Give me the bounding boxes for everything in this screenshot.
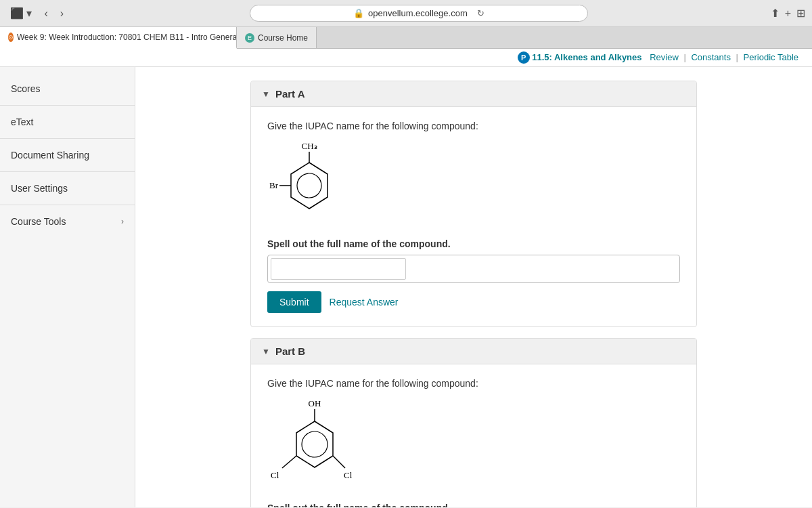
back-button[interactable]: ⬛ ▾ xyxy=(7,5,35,21)
section-title: 11.5: Alkenes and Alkynes xyxy=(532,52,641,62)
ch3-label: CH₃ xyxy=(301,141,317,151)
part-b-instruction: Give the IUPAC name for the following co… xyxy=(267,378,680,389)
part-b-section: ▼ Part B Give the IUPAC name for the fol… xyxy=(250,338,697,507)
sidebar: Scores eText Document Sharing User Setti… xyxy=(0,67,135,507)
extensions-icon[interactable]: ⊞ xyxy=(796,7,805,20)
part-b-body: Give the IUPAC name for the following co… xyxy=(251,364,696,507)
part-a-instruction: Give the IUPAC name for the following co… xyxy=(267,121,680,131)
svg-line-7 xyxy=(282,456,296,468)
app-layout: Scores eText Document Sharing User Setti… xyxy=(0,67,812,507)
part-a-request-answer-link[interactable]: Request Answer xyxy=(330,297,399,308)
address-bar[interactable]: 🔒 openvellum.ecollege.com ↻ xyxy=(250,5,588,22)
compound-b-structure: OH Cl C xyxy=(267,397,680,492)
part-a-header[interactable]: ▼ Part A xyxy=(251,81,696,107)
cl-right-label: Cl xyxy=(344,470,353,480)
refresh-icon[interactable]: ↻ xyxy=(477,8,484,18)
part-b-arrow: ▼ xyxy=(262,347,270,356)
cl-left-label: Cl xyxy=(271,470,279,480)
forward-button[interactable]: › xyxy=(57,6,67,21)
browser-chrome: ⬛ ▾ ‹ › 🔒 openvellum.ecollege.com ↻ ⬆ + … xyxy=(0,0,812,27)
top-links-bar: P 11.5: Alkenes and Alkynes Review | Con… xyxy=(0,49,812,67)
sidebar-item-course-tools[interactable]: Course Tools › xyxy=(0,207,135,236)
tab1-label: Week 9: Week Introduction: 70801 CHEM B1… xyxy=(17,33,237,42)
periodic-table-link[interactable]: Periodic Table xyxy=(744,52,798,62)
constants-link[interactable]: Constants xyxy=(691,52,731,62)
oh-label: OH xyxy=(309,398,321,408)
chevron-right-icon: › xyxy=(121,217,124,226)
sidebar-divider-4 xyxy=(0,205,135,205)
sep1: | xyxy=(683,52,688,62)
sidebar-divider-3 xyxy=(0,171,135,172)
part-a-answer-box xyxy=(267,255,680,283)
compound-a-structure: CH₃ Br xyxy=(267,140,680,228)
backward-button[interactable]: ‹ xyxy=(41,6,51,21)
sidebar-divider-1 xyxy=(0,105,135,106)
sep2: | xyxy=(736,52,741,62)
sidebar-divider-2 xyxy=(0,138,135,139)
sidebar-item-user-settings[interactable]: User Settings xyxy=(0,173,135,203)
svg-marker-1 xyxy=(291,163,328,209)
part-b-label: Part B xyxy=(275,345,305,357)
compound-a-svg: CH₃ Br xyxy=(267,140,348,228)
pearson-header-icon: P xyxy=(518,51,530,64)
user-settings-label: User Settings xyxy=(11,183,68,194)
br-label: Br xyxy=(269,180,279,190)
lock-icon: 🔒 xyxy=(353,8,364,18)
sidebar-item-etext[interactable]: eText xyxy=(0,107,135,137)
part-a-section: ▼ Part A Give the IUPAC name for the fol… xyxy=(250,81,697,327)
tab2-label: Course Home xyxy=(258,33,308,43)
content-inner: ▼ Part A Give the IUPAC name for the fol… xyxy=(237,67,710,507)
add-tab-icon[interactable]: + xyxy=(785,7,791,20)
part-a-label: Part A xyxy=(275,88,305,100)
sidebar-item-document-sharing[interactable]: Document Sharing xyxy=(0,140,135,170)
review-link[interactable]: Review xyxy=(650,52,679,62)
document-sharing-label: Document Sharing xyxy=(11,150,89,161)
p-circle-icon: P xyxy=(518,51,530,64)
part-a-submit-button[interactable]: Submit xyxy=(267,291,321,313)
browser-tabs: ⊙ Week 9: Week Introduction: 70801 CHEM … xyxy=(0,27,812,49)
scores-label: Scores xyxy=(11,83,41,94)
part-a-answer-label: Spell out the full name of the compound. xyxy=(267,238,680,249)
svg-line-8 xyxy=(333,456,345,468)
compound-b-svg: OH Cl C xyxy=(267,397,362,492)
etext-label: eText xyxy=(11,117,33,127)
part-a-input[interactable] xyxy=(271,258,406,280)
tab2-icon: E xyxy=(245,33,254,43)
url-text: openvellum.ecollege.com xyxy=(368,8,468,18)
part-b-header[interactable]: ▼ Part B xyxy=(251,339,696,364)
browser-actions: ⬆ + ⊞ xyxy=(771,7,805,20)
main-content: ▼ Part A Give the IUPAC name for the fol… xyxy=(135,67,812,507)
svg-point-6 xyxy=(302,431,328,457)
tab1-icon: ⊙ xyxy=(8,33,14,42)
part-a-btn-row: Submit Request Answer xyxy=(267,291,680,313)
tab-course-home[interactable]: E Course Home xyxy=(237,27,317,48)
part-a-body: Give the IUPAC name for the following co… xyxy=(251,107,696,326)
part-a-arrow: ▼ xyxy=(262,89,270,99)
course-tools-label: Course Tools xyxy=(11,216,66,227)
tab-week9[interactable]: ⊙ Week 9: Week Introduction: 70801 CHEM … xyxy=(0,27,237,49)
part-b-answer-label: Spell out the full name of the compound. xyxy=(267,503,680,507)
sidebar-item-scores[interactable]: Scores xyxy=(0,74,135,104)
share-icon[interactable]: ⬆ xyxy=(771,7,780,20)
svg-point-2 xyxy=(297,173,321,198)
